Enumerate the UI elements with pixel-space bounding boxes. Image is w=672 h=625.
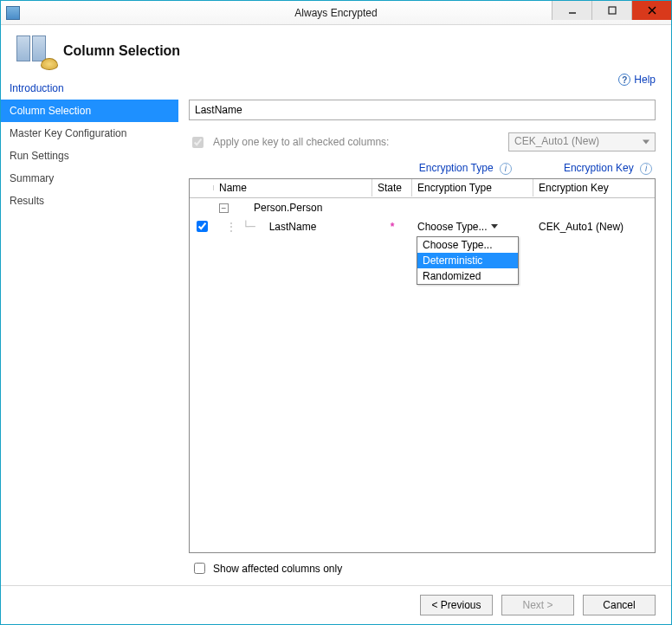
grid-body: − Person.Person ⋮ └─ LastName * Choose T… <box>190 198 655 553</box>
minimize-button[interactable] <box>552 1 591 20</box>
info-icon: i <box>500 163 512 175</box>
header-checkbox <box>190 185 214 190</box>
page-header: Column Selection <box>1 25 671 72</box>
state-changed-icon: * <box>391 221 395 233</box>
titlebar: Always Encrypted <box>1 1 671 25</box>
page-title: Column Selection <box>63 43 180 59</box>
column-checkbox[interactable] <box>197 221 208 232</box>
info-icon: i <box>640 163 652 175</box>
wizard-window: Always Encrypted Column Selection Introd… <box>0 0 672 625</box>
apply-key-select: CEK_Auto1 (New) <box>508 132 656 151</box>
help-icon: ? <box>618 74 630 86</box>
apply-key-row: Apply one key to all checked columns: CE… <box>189 132 656 151</box>
encryption-type-dropdown[interactable]: Choose Type... <box>412 221 533 233</box>
close-button[interactable] <box>631 1 671 20</box>
close-icon <box>648 6 656 15</box>
wizard-footer: < Previous Next > Cancel <box>1 585 671 624</box>
encryption-type-link[interactable]: Encryption Type i <box>419 162 512 175</box>
header-name[interactable]: Name <box>214 179 372 197</box>
cancel-button[interactable]: Cancel <box>583 595 656 615</box>
minimize-icon <box>568 6 577 15</box>
wizard-main: ? Help Apply one key to all checked colu… <box>178 72 671 585</box>
wizard-nav: Introduction Column Selection Master Key… <box>1 72 178 585</box>
next-button[interactable]: Next > <box>501 595 574 615</box>
column-name: LastName <box>255 221 317 233</box>
show-affected-label: Show affected columns only <box>213 563 342 575</box>
apply-key-value: CEK_Auto1 (New) <box>514 135 599 147</box>
show-affected-row: Show affected columns only <box>189 553 656 577</box>
encryption-type-value: Choose Type... <box>417 221 488 233</box>
help-label: Help <box>634 74 656 86</box>
type-option-randomized[interactable]: Randomized <box>417 268 518 284</box>
header-encryption-type[interactable]: Encryption Type <box>412 179 533 197</box>
apply-key-checkbox <box>192 137 204 148</box>
maximize-icon <box>608 6 617 15</box>
tree-collapse-icon[interactable]: − <box>219 203 229 213</box>
wizard-body: Introduction Column Selection Master Key… <box>1 72 671 585</box>
nav-master-key-configuration[interactable]: Master Key Configuration <box>1 122 178 145</box>
column-search-input[interactable] <box>189 100 656 120</box>
nav-summary[interactable]: Summary <box>1 167 178 190</box>
maximize-button[interactable] <box>591 1 631 20</box>
type-option-deterministic[interactable]: Deterministic <box>417 253 518 268</box>
table-row: − Person.Person <box>190 198 655 217</box>
svg-rect-1 <box>609 7 616 14</box>
nav-column-selection[interactable]: Column Selection <box>1 100 178 122</box>
help-link[interactable]: ? Help <box>618 74 656 86</box>
nav-results[interactable]: Results <box>1 190 178 212</box>
columns-grid: Name State Encryption Type Encryption Ke… <box>189 178 656 554</box>
chevron-down-icon <box>491 224 498 229</box>
column-row: ⋮ └─ LastName * Choose Type... CEK_Auto1… <box>190 217 655 236</box>
header-state[interactable]: State <box>372 179 412 197</box>
column-selection-icon <box>16 35 55 67</box>
show-affected-checkbox[interactable] <box>194 563 205 574</box>
column-help-links: Encryption Type i Encryption Key i <box>189 162 656 175</box>
window-controls <box>552 1 671 20</box>
previous-button[interactable]: < Previous <box>420 595 493 615</box>
header-encryption-key[interactable]: Encryption Key <box>533 179 655 197</box>
window-title: Always Encrypted <box>294 7 377 19</box>
nav-introduction[interactable]: Introduction <box>1 77 178 100</box>
nav-run-settings[interactable]: Run Settings <box>1 145 178 167</box>
apply-key-label: Apply one key to all checked columns: <box>213 136 389 148</box>
app-icon <box>6 6 20 20</box>
encryption-key-value: CEK_Auto1 (New) <box>539 221 624 233</box>
type-option-choose[interactable]: Choose Type... <box>417 237 518 253</box>
tree-line-icon: ⋮ └─ <box>214 221 255 233</box>
encryption-type-menu: Choose Type... Deterministic Randomized <box>417 236 519 285</box>
table-name: Person.Person <box>254 202 322 214</box>
encryption-key-link[interactable]: Encryption Key i <box>564 162 652 175</box>
encryption-key-cell[interactable]: CEK_Auto1 (New) <box>533 221 655 233</box>
grid-header: Name State Encryption Type Encryption Ke… <box>190 179 655 198</box>
